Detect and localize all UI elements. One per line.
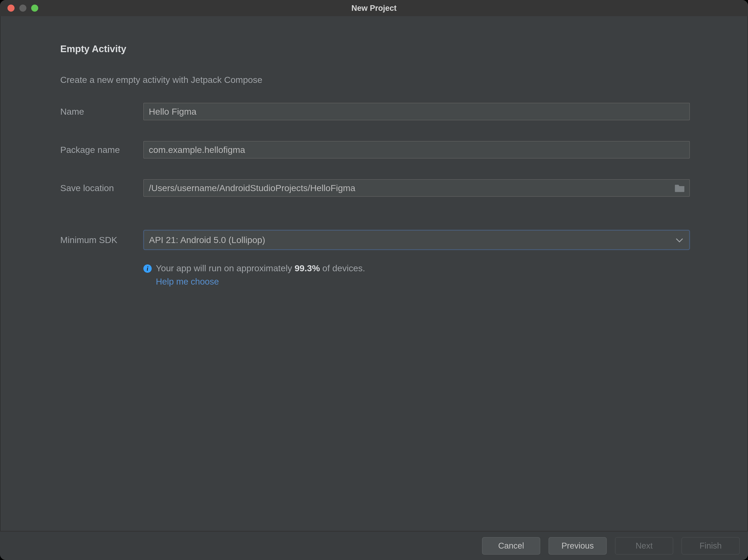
page-description: Create a new empty activity with Jetpack… — [60, 75, 690, 85]
label-package-name: Package name — [60, 145, 143, 155]
help-me-choose-link[interactable]: Help me choose — [156, 277, 219, 287]
minimum-sdk-value: API 21: Android 5.0 (Lollipop) — [149, 235, 265, 245]
minimum-sdk-select[interactable]: API 21: Android 5.0 (Lollipop) — [143, 230, 690, 250]
sdk-info-text: Your app will run on approximately 99.3%… — [156, 263, 365, 273]
browse-folder-icon[interactable] — [674, 184, 685, 193]
row-package-name: Package name — [60, 141, 690, 159]
row-name: Name — [60, 103, 690, 120]
chevron-down-icon — [676, 235, 683, 245]
label-minimum-sdk: Minimum SDK — [60, 235, 143, 245]
window-title: New Project — [351, 4, 397, 13]
maximize-window-icon[interactable] — [31, 5, 38, 11]
name-input[interactable] — [143, 103, 690, 120]
next-button: Next — [615, 537, 673, 555]
label-name: Name — [60, 106, 143, 117]
sdk-info-suffix: of devices. — [320, 263, 365, 273]
finish-button: Finish — [681, 537, 740, 555]
info-icon: i — [143, 264, 152, 273]
sdk-info-row: i Your app will run on approximately 99.… — [60, 263, 690, 273]
row-save-location: Save location — [60, 179, 690, 197]
save-location-input[interactable] — [143, 179, 690, 197]
titlebar: New Project — [0, 0, 748, 16]
row-minimum-sdk: Minimum SDK API 21: Android 5.0 (Lollipo… — [60, 230, 690, 250]
page-heading: Empty Activity — [60, 43, 690, 54]
sdk-info-percent: 99.3% — [295, 263, 320, 273]
window-controls — [7, 0, 38, 16]
new-project-window: New Project Empty Activity Create a new … — [0, 0, 748, 560]
previous-button[interactable]: Previous — [548, 537, 607, 555]
close-window-icon[interactable] — [7, 5, 15, 11]
cancel-button[interactable]: Cancel — [482, 537, 540, 555]
footer: Cancel Previous Next Finish — [0, 531, 748, 560]
help-row: Help me choose — [60, 277, 690, 287]
content-area: Empty Activity Create a new empty activi… — [0, 16, 748, 531]
sdk-info-prefix: Your app will run on approximately — [156, 263, 295, 273]
minimize-window-icon[interactable] — [19, 5, 26, 11]
package-name-input[interactable] — [143, 141, 690, 159]
label-save-location: Save location — [60, 183, 143, 193]
